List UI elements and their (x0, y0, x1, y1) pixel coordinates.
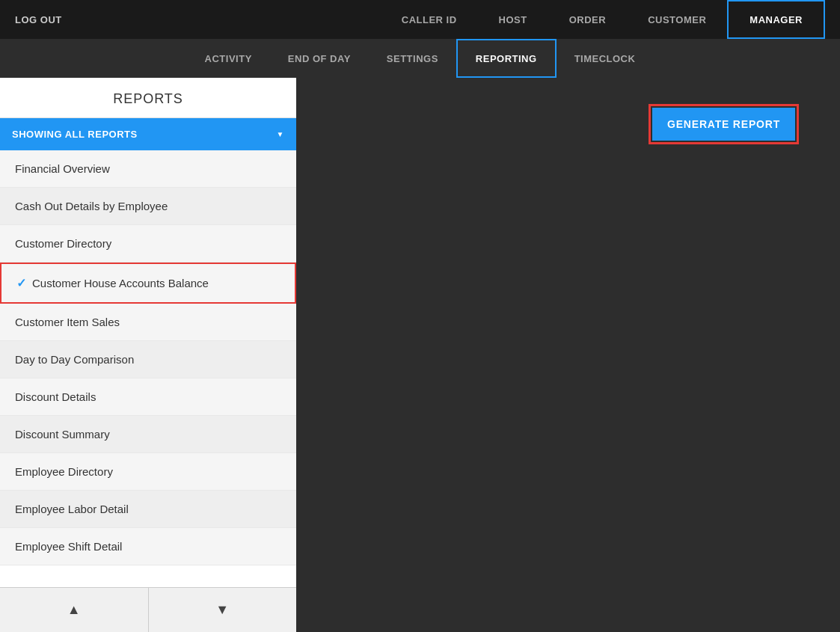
report-item-employee-shift-detail[interactable]: Employee Shift Detail (0, 528, 296, 565)
scroll-up-button[interactable] (0, 588, 149, 632)
logout-button[interactable]: LOG OUT (15, 14, 62, 25)
report-item-customer-item-sales[interactable]: Customer Item Sales (0, 304, 296, 341)
sub-nav-item-end-of-day[interactable]: END OF DAY (270, 39, 369, 78)
right-content-area: GENERATE REPORT (296, 78, 840, 632)
report-item-label: Customer House Accounts Balance (32, 277, 209, 289)
report-item-label: Day to Day Comparison (15, 353, 134, 366)
report-item-financial-overview[interactable]: Financial Overview (0, 150, 296, 188)
report-item-day-to-day[interactable]: Day to Day Comparison (0, 341, 296, 378)
report-item-label: Customer Item Sales (15, 316, 120, 328)
scroll-down-icon (215, 602, 229, 618)
report-item-cash-out-details[interactable]: Cash Out Details by Employee (0, 188, 296, 225)
selected-checkmark-icon: ✓ (16, 276, 26, 290)
sub-nav-item-reporting[interactable]: REPORTING (456, 39, 557, 78)
top-nav-items: CALLER IDHOSTORDERCUSTOMERMANAGER (381, 0, 825, 39)
report-item-customer-house-accounts[interactable]: ✓Customer House Accounts Balance (0, 263, 296, 304)
report-item-label: Discount Summary (15, 428, 110, 441)
reports-panel: REPORTS SHOWING ALL REPORTS ▼ Financial … (0, 78, 296, 632)
top-nav-item-order[interactable]: ORDER (548, 0, 627, 39)
report-item-customer-directory[interactable]: Customer Directory (0, 225, 296, 263)
report-item-discount-summary[interactable]: Discount Summary (0, 416, 296, 453)
sub-nav-item-timeclock[interactable]: TIMECLOCK (557, 39, 654, 78)
generate-report-button[interactable]: GENERATE REPORT (652, 108, 795, 141)
main-content: REPORTS SHOWING ALL REPORTS ▼ Financial … (0, 78, 840, 632)
scroll-down-button[interactable] (149, 588, 297, 632)
report-item-discount-details[interactable]: Discount Details (0, 378, 296, 416)
sub-nav-bar: ACTIVITYEND OF DAYSETTINGSREPORTINGTIMEC… (0, 39, 840, 78)
filter-label: SHOWING ALL REPORTS (12, 129, 138, 140)
report-item-label: Employee Labor Detail (15, 503, 129, 515)
top-nav-item-caller-id[interactable]: CALLER ID (381, 0, 478, 39)
scroll-buttons (0, 587, 296, 632)
report-item-label: Employee Shift Detail (15, 540, 122, 553)
filter-dropdown-arrow: ▼ (277, 130, 284, 138)
scroll-up-icon (67, 602, 81, 618)
showing-all-reports-filter[interactable]: SHOWING ALL REPORTS ▼ (0, 118, 296, 150)
report-item-label: Customer Directory (15, 237, 111, 250)
top-nav-bar: LOG OUT CALLER IDHOSTORDERCUSTOMERMANAGE… (0, 0, 840, 39)
report-item-label: Discount Details (15, 390, 96, 403)
sub-nav-item-activity[interactable]: ACTIVITY (187, 39, 270, 78)
top-nav-item-manager[interactable]: MANAGER (727, 0, 825, 39)
sub-nav-item-settings[interactable]: SETTINGS (369, 39, 456, 78)
report-item-employee-directory[interactable]: Employee Directory (0, 453, 296, 491)
report-item-label: Cash Out Details by Employee (15, 200, 168, 212)
reports-title: REPORTS (0, 78, 296, 118)
reports-list: Financial OverviewCash Out Details by Em… (0, 150, 296, 587)
top-nav-item-customer[interactable]: CUSTOMER (627, 0, 727, 39)
top-nav-item-host[interactable]: HOST (478, 0, 548, 39)
report-item-label: Financial Overview (15, 162, 110, 175)
report-item-employee-labor-detail[interactable]: Employee Labor Detail (0, 491, 296, 528)
report-item-label: Employee Directory (15, 465, 113, 478)
